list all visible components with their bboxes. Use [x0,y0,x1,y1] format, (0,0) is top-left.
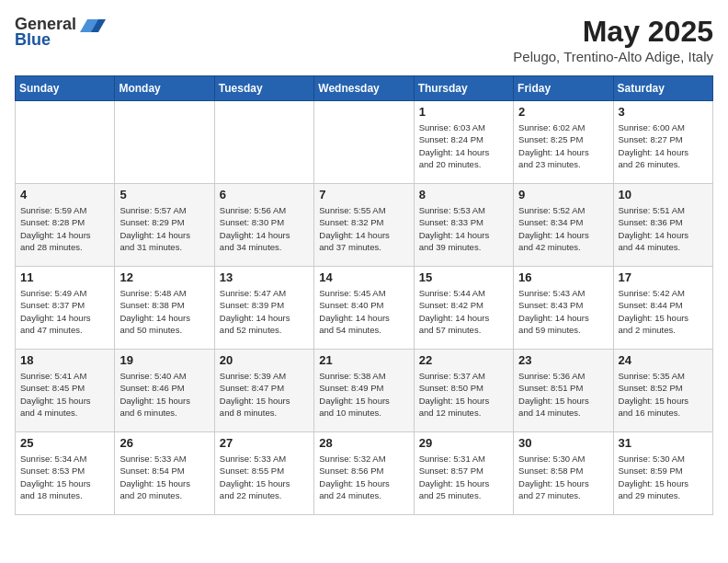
day-number: 20 [220,353,309,367]
day-info: Sunrise: 5:53 AM Sunset: 8:33 PM Dayligh… [419,204,508,253]
calendar-day-7: 7Sunrise: 5:55 AM Sunset: 8:32 PM Daylig… [314,184,414,267]
day-number: 28 [319,436,408,450]
day-number: 15 [419,270,508,284]
day-number: 24 [619,353,708,367]
day-number: 29 [419,436,508,450]
day-info: Sunrise: 5:37 AM Sunset: 8:50 PM Dayligh… [419,370,508,419]
empty-day [214,101,313,184]
calendar-day-31: 31Sunrise: 5:30 AM Sunset: 8:59 PM Dayli… [613,432,712,515]
day-info: Sunrise: 5:52 AM Sunset: 8:34 PM Dayligh… [518,204,608,253]
calendar-day-26: 26Sunrise: 5:33 AM Sunset: 8:54 PM Dayli… [115,432,214,515]
day-number: 13 [220,270,309,284]
day-number: 30 [518,436,608,450]
day-info: Sunrise: 6:00 AM Sunset: 8:27 PM Dayligh… [619,121,708,170]
calendar-day-23: 23Sunrise: 5:36 AM Sunset: 8:51 PM Dayli… [514,350,613,432]
day-info: Sunrise: 6:02 AM Sunset: 8:25 PM Dayligh… [518,121,608,170]
logo-blue-text: Blue [15,30,51,50]
day-info: Sunrise: 5:44 AM Sunset: 8:42 PM Dayligh… [419,287,508,336]
day-number: 16 [518,270,608,284]
calendar-day-18: 18Sunrise: 5:41 AM Sunset: 8:45 PM Dayli… [16,350,115,432]
calendar-day-5: 5Sunrise: 5:57 AM Sunset: 8:29 PM Daylig… [115,184,214,267]
calendar-day-14: 14Sunrise: 5:45 AM Sunset: 8:40 PM Dayli… [314,267,414,350]
day-number: 14 [319,270,408,284]
column-header-thursday: Thursday [414,76,513,101]
day-info: Sunrise: 5:35 AM Sunset: 8:52 PM Dayligh… [619,370,708,419]
day-info: Sunrise: 5:49 AM Sunset: 8:37 PM Dayligh… [20,287,109,336]
day-info: Sunrise: 5:33 AM Sunset: 8:54 PM Dayligh… [119,453,209,501]
location-title: Pelugo, Trentino-Alto Adige, Italy [513,49,713,64]
day-number: 21 [319,353,408,367]
calendar-week-2: 4Sunrise: 5:59 AM Sunset: 8:28 PM Daylig… [16,184,713,267]
calendar-day-22: 22Sunrise: 5:37 AM Sunset: 8:50 PM Dayli… [414,350,513,432]
day-info: Sunrise: 5:43 AM Sunset: 8:43 PM Dayligh… [518,287,608,336]
calendar-day-12: 12Sunrise: 5:48 AM Sunset: 8:38 PM Dayli… [115,267,214,350]
day-info: Sunrise: 5:39 AM Sunset: 8:47 PM Dayligh… [220,370,309,419]
column-header-monday: Monday [115,76,214,101]
day-info: Sunrise: 5:32 AM Sunset: 8:56 PM Dayligh… [319,453,408,501]
day-info: Sunrise: 5:33 AM Sunset: 8:55 PM Dayligh… [220,453,309,501]
day-number: 2 [518,105,608,119]
calendar-day-9: 9Sunrise: 5:52 AM Sunset: 8:34 PM Daylig… [514,184,613,267]
calendar-header-row: SundayMondayTuesdayWednesdayThursdayFrid… [16,76,713,101]
day-number: 17 [619,270,708,284]
calendar-day-20: 20Sunrise: 5:39 AM Sunset: 8:47 PM Dayli… [214,350,313,432]
day-number: 26 [119,436,209,450]
day-number: 31 [619,436,708,450]
day-info: Sunrise: 5:40 AM Sunset: 8:46 PM Dayligh… [119,370,209,419]
calendar-day-16: 16Sunrise: 5:43 AM Sunset: 8:43 PM Dayli… [514,267,613,350]
day-info: Sunrise: 5:30 AM Sunset: 8:58 PM Dayligh… [518,453,608,501]
calendar-day-21: 21Sunrise: 5:38 AM Sunset: 8:49 PM Dayli… [314,350,414,432]
column-header-friday: Friday [514,76,613,101]
day-number: 11 [20,270,109,284]
day-info: Sunrise: 5:31 AM Sunset: 8:57 PM Dayligh… [419,453,508,501]
calendar-week-4: 18Sunrise: 5:41 AM Sunset: 8:45 PM Dayli… [16,350,713,432]
day-number: 4 [20,188,109,201]
day-info: Sunrise: 5:51 AM Sunset: 8:36 PM Dayligh… [619,204,708,253]
calendar-day-10: 10Sunrise: 5:51 AM Sunset: 8:36 PM Dayli… [613,184,712,267]
calendar-week-3: 11Sunrise: 5:49 AM Sunset: 8:37 PM Dayli… [16,267,713,350]
day-number: 12 [119,270,209,284]
calendar-day-3: 3Sunrise: 6:00 AM Sunset: 8:27 PM Daylig… [613,101,712,184]
calendar-week-1: 1Sunrise: 6:03 AM Sunset: 8:24 PM Daylig… [16,101,713,184]
day-info: Sunrise: 5:41 AM Sunset: 8:45 PM Dayligh… [20,370,109,419]
calendar-week-5: 25Sunrise: 5:34 AM Sunset: 8:53 PM Dayli… [16,432,713,515]
day-info: Sunrise: 5:55 AM Sunset: 8:32 PM Dayligh… [319,204,408,253]
day-number: 19 [119,353,209,367]
calendar-table: SundayMondayTuesdayWednesdayThursdayFrid… [15,75,713,515]
calendar-day-25: 25Sunrise: 5:34 AM Sunset: 8:53 PM Dayli… [16,432,115,515]
calendar-day-19: 19Sunrise: 5:40 AM Sunset: 8:46 PM Dayli… [115,350,214,432]
day-number: 5 [119,188,209,201]
empty-day [314,101,414,184]
calendar-day-24: 24Sunrise: 5:35 AM Sunset: 8:52 PM Dayli… [613,350,712,432]
day-info: Sunrise: 5:57 AM Sunset: 8:29 PM Dayligh… [119,204,209,253]
calendar-day-11: 11Sunrise: 5:49 AM Sunset: 8:37 PM Dayli… [16,267,115,350]
empty-day [16,101,115,184]
day-number: 25 [20,436,109,450]
calendar-day-13: 13Sunrise: 5:47 AM Sunset: 8:39 PM Dayli… [214,267,313,350]
day-info: Sunrise: 5:48 AM Sunset: 8:38 PM Dayligh… [119,287,209,336]
day-info: Sunrise: 5:47 AM Sunset: 8:39 PM Dayligh… [220,287,309,336]
day-number: 1 [419,105,508,119]
day-info: Sunrise: 5:34 AM Sunset: 8:53 PM Dayligh… [20,453,109,501]
day-number: 6 [220,188,309,201]
calendar-day-17: 17Sunrise: 5:42 AM Sunset: 8:44 PM Dayli… [613,267,712,350]
logo-icon [80,16,106,34]
day-number: 8 [419,188,508,201]
page-header: General Blue May 2025 Pelugo, Trentino-A… [15,15,713,64]
day-info: Sunrise: 5:36 AM Sunset: 8:51 PM Dayligh… [518,370,608,419]
day-info: Sunrise: 5:45 AM Sunset: 8:40 PM Dayligh… [319,287,408,336]
day-number: 3 [619,105,708,119]
day-info: Sunrise: 5:42 AM Sunset: 8:44 PM Dayligh… [619,287,708,336]
day-number: 18 [20,353,109,367]
calendar-day-27: 27Sunrise: 5:33 AM Sunset: 8:55 PM Dayli… [214,432,313,515]
day-number: 27 [220,436,309,450]
day-info: Sunrise: 5:56 AM Sunset: 8:30 PM Dayligh… [220,204,309,253]
day-info: Sunrise: 5:38 AM Sunset: 8:49 PM Dayligh… [319,370,408,419]
day-number: 7 [319,188,408,201]
column-header-wednesday: Wednesday [314,76,414,101]
calendar-day-15: 15Sunrise: 5:44 AM Sunset: 8:42 PM Dayli… [414,267,513,350]
empty-day [115,101,214,184]
calendar-day-8: 8Sunrise: 5:53 AM Sunset: 8:33 PM Daylig… [414,184,513,267]
calendar-day-1: 1Sunrise: 6:03 AM Sunset: 8:24 PM Daylig… [414,101,513,184]
day-number: 23 [518,353,608,367]
